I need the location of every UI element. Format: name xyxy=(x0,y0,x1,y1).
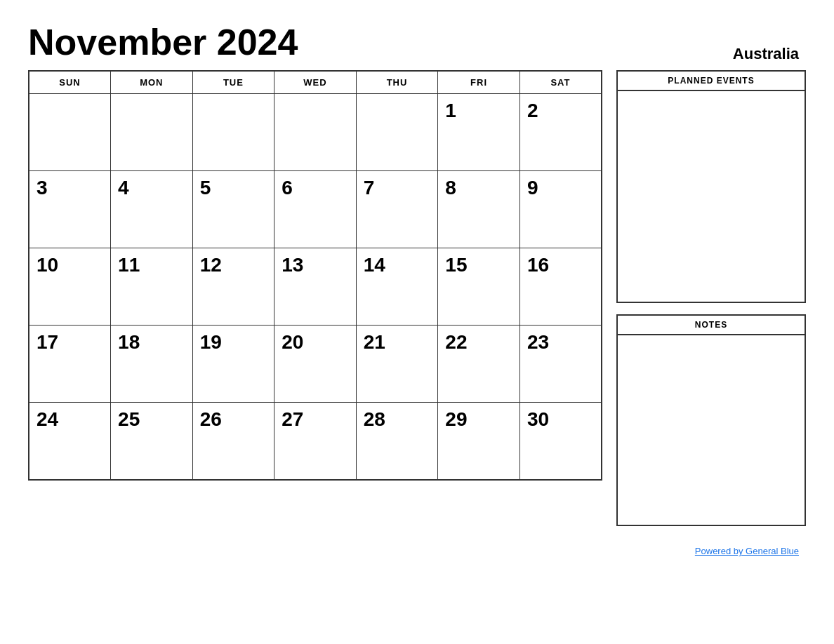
header-thu: THU xyxy=(356,71,438,94)
main-content: SUN MON TUE WED THU FRI SAT 123456789101… xyxy=(28,70,806,557)
calendar-day-cell: 21 xyxy=(356,326,438,403)
calendar-day-cell: 18 xyxy=(111,326,193,403)
footer: Powered by General Blue xyxy=(616,544,806,557)
calendar-day-cell: 11 xyxy=(111,248,193,326)
calendar-day-cell xyxy=(192,94,274,171)
header-sat: SAT xyxy=(519,71,602,94)
header-fri: FRI xyxy=(438,71,520,94)
calendar-day-cell: 30 xyxy=(519,403,602,480)
notes-body xyxy=(618,335,805,525)
planned-events-body xyxy=(618,91,805,302)
calendar-day-cell xyxy=(274,94,357,171)
calendar-day-cell xyxy=(111,94,193,171)
calendar-day-cell: 24 xyxy=(29,403,111,480)
calendar-week-row: 12 xyxy=(29,94,602,171)
calendar-day-cell: 14 xyxy=(356,248,438,326)
calendar-day-cell: 4 xyxy=(111,171,193,248)
calendar-section: SUN MON TUE WED THU FRI SAT 123456789101… xyxy=(28,70,602,481)
calendar-day-cell: 27 xyxy=(274,403,357,480)
calendar-day-cell: 15 xyxy=(438,248,520,326)
calendar-day-cell: 1 xyxy=(438,94,520,171)
calendar-day-cell: 16 xyxy=(519,248,602,326)
calendar-week-row: 3456789 xyxy=(29,171,602,248)
calendar-week-row: 10111213141516 xyxy=(29,248,602,326)
calendar-day-cell xyxy=(356,94,438,171)
month-title: November 2024 xyxy=(28,21,298,63)
calendar-table: SUN MON TUE WED THU FRI SAT 123456789101… xyxy=(28,70,602,481)
header-sun: SUN xyxy=(29,71,111,94)
calendar-day-cell: 12 xyxy=(192,248,274,326)
calendar-day-cell: 25 xyxy=(111,403,193,480)
calendar-day-cell: 26 xyxy=(192,403,274,480)
planned-events-box: PLANNED EVENTS xyxy=(616,70,806,303)
country-title: Australia xyxy=(733,45,799,63)
calendar-header-row: SUN MON TUE WED THU FRI SAT xyxy=(29,71,602,94)
calendar-day-cell: 19 xyxy=(192,326,274,403)
notes-header: NOTES xyxy=(618,316,805,335)
calendar-day-cell: 29 xyxy=(438,403,520,480)
calendar-day-cell xyxy=(29,94,111,171)
calendar-day-cell: 9 xyxy=(519,171,602,248)
powered-by-link[interactable]: Powered by General Blue xyxy=(695,546,799,556)
calendar-day-cell: 20 xyxy=(274,326,357,403)
calendar-day-cell: 7 xyxy=(356,171,438,248)
notes-box: NOTES xyxy=(616,314,806,526)
calendar-day-cell: 23 xyxy=(519,326,602,403)
calendar-week-row: 24252627282930 xyxy=(29,403,602,480)
calendar-day-cell: 5 xyxy=(192,171,274,248)
calendar-day-cell: 10 xyxy=(29,248,111,326)
calendar-day-cell: 22 xyxy=(438,326,520,403)
header-wed: WED xyxy=(274,71,357,94)
calendar-day-cell: 2 xyxy=(519,94,602,171)
calendar-day-cell: 28 xyxy=(356,403,438,480)
calendar-week-row: 17181920212223 xyxy=(29,326,602,403)
sidebar: PLANNED EVENTS NOTES Powered by General … xyxy=(616,70,806,557)
calendar-day-cell: 17 xyxy=(29,326,111,403)
page-header: November 2024 Australia xyxy=(28,21,806,63)
calendar-day-cell: 3 xyxy=(29,171,111,248)
header-mon: MON xyxy=(111,71,193,94)
header-tue: TUE xyxy=(192,71,274,94)
calendar-day-cell: 13 xyxy=(274,248,357,326)
calendar-day-cell: 8 xyxy=(438,171,520,248)
planned-events-header: PLANNED EVENTS xyxy=(618,72,805,91)
calendar-day-cell: 6 xyxy=(274,171,357,248)
